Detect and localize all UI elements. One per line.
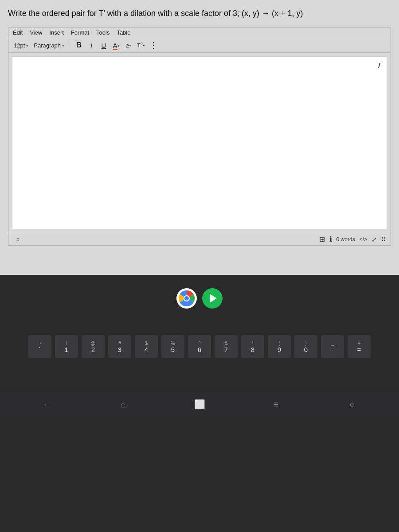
nav-back-button[interactable]: ←: [39, 396, 55, 412]
font-size-chevron: ▾: [26, 43, 28, 48]
recent-icon: ⬜: [194, 399, 205, 410]
key-equals[interactable]: +=: [348, 335, 371, 358]
media-player-icon[interactable]: [202, 288, 223, 309]
menu-view[interactable]: View: [30, 29, 42, 36]
color-bar: [113, 49, 117, 50]
toolbar: 12pt ▾ Paragraph ▾ B I U A ▾: [8, 38, 391, 53]
editor-container: Edit View Insert Format Tools Table 12pt…: [8, 27, 391, 246]
menu-icon: ≡: [273, 399, 278, 410]
paragraph-tag-label: p: [16, 236, 20, 243]
superscript-button[interactable]: T2 ▾: [136, 40, 146, 51]
nav-search-button[interactable]: ○: [344, 396, 360, 412]
key-6[interactable]: ^6: [188, 335, 211, 358]
chrome-icon[interactable]: [176, 288, 197, 309]
font-color-chevron: ▾: [117, 43, 120, 48]
key-5[interactable]: %5: [161, 335, 184, 358]
italic-button[interactable]: I: [86, 40, 97, 51]
key-8[interactable]: *8: [241, 335, 264, 358]
keyboard-section: ~` !1 @2 #3 $4 %5 ^6 &7 *8 (9 )0 _- +=: [0, 326, 399, 366]
word-count-item: 0 words: [336, 236, 355, 243]
toolbar-divider-1: [70, 41, 70, 49]
key-2[interactable]: @2: [82, 335, 105, 358]
info-icon-item: ℹ: [329, 235, 332, 243]
key-tilde[interactable]: ~`: [28, 335, 51, 358]
grid-icon: ⠿: [381, 236, 386, 243]
menu-edit[interactable]: Edit: [13, 29, 23, 36]
key-minus[interactable]: _-: [321, 335, 344, 358]
key-0[interactable]: )0: [294, 335, 317, 358]
grid-dots-item[interactable]: ⠿: [381, 236, 386, 243]
paragraph-style-chevron: ▾: [62, 43, 64, 48]
expand-icon: ⤢: [372, 236, 377, 243]
key-4[interactable]: $4: [135, 335, 158, 358]
highlight-chevron: ▾: [129, 43, 131, 48]
underline-button[interactable]: U: [98, 40, 109, 51]
more-options-button[interactable]: ⋮: [148, 40, 159, 51]
dots-icon: ⋮: [149, 40, 158, 50]
word-count-label: 0 words: [336, 236, 355, 243]
search-icon: ○: [349, 399, 355, 410]
font-color-button[interactable]: A ▾: [111, 40, 121, 51]
taskbar-area: ~` !1 @2 #3 $4 %5 ^6 &7 *8 (9 )0 _- += ←…: [0, 275, 399, 532]
bottom-nav-row: ← ⌂ ⬜ ≡ ○: [0, 392, 399, 417]
key-1[interactable]: !1: [55, 335, 78, 358]
home-icon: ⌂: [121, 399, 126, 410]
document-area: Write the ordered pair for T' with a dil…: [0, 0, 399, 275]
key-7[interactable]: &7: [215, 335, 238, 358]
highlight-icon: ≥: [126, 42, 129, 49]
table-icon-item: ⊞: [319, 235, 325, 243]
menu-tools[interactable]: Tools: [96, 29, 110, 36]
menu-format[interactable]: Format: [71, 29, 89, 36]
key-9[interactable]: (9: [268, 335, 291, 358]
paragraph-style-dropdown[interactable]: Paragraph ▾: [32, 41, 66, 50]
nav-menu-button[interactable]: ≡: [268, 396, 284, 412]
table-icon[interactable]: ⊞: [319, 235, 325, 243]
app-dock: [176, 288, 223, 309]
paragraph-style-label: Paragraph: [34, 42, 61, 49]
expand-item[interactable]: ⤢: [372, 236, 377, 243]
html-tag-item[interactable]: </>: [360, 236, 367, 243]
back-icon: ←: [43, 399, 51, 410]
text-cursor: 𝐼: [378, 61, 380, 70]
info-icon[interactable]: ℹ: [329, 235, 332, 243]
play-triangle: [210, 294, 217, 303]
superscript-chevron: ▾: [143, 43, 145, 48]
nav-home-button[interactable]: ⌂: [115, 396, 131, 412]
font-size-dropdown[interactable]: 12pt ▾: [12, 41, 30, 50]
status-bar: p ⊞ ℹ 0 words </> ⤢ ⠿: [8, 233, 391, 245]
nav-recent-button[interactable]: ⬜: [192, 396, 207, 412]
font-size-label: 12pt: [14, 42, 25, 49]
question-text: Write the ordered pair for T' with a dil…: [8, 8, 391, 19]
writing-area[interactable]: 𝐼: [12, 56, 387, 229]
menu-bar: Edit View Insert Format Tools Table: [8, 27, 391, 38]
html-tag-label: </>: [360, 236, 367, 243]
menu-table[interactable]: Table: [117, 29, 130, 36]
bold-button[interactable]: B: [74, 40, 84, 51]
highlight-button[interactable]: ≥ ▾: [123, 40, 134, 51]
superscript-label: T2: [137, 42, 143, 49]
font-color-label: A: [113, 42, 117, 49]
svg-point-4: [184, 296, 189, 301]
menu-insert[interactable]: Insert: [49, 29, 64, 36]
key-3[interactable]: #3: [108, 335, 131, 358]
keyboard-row-numbers: ~` !1 @2 #3 $4 %5 ^6 &7 *8 (9 )0 _- +=: [4, 335, 395, 358]
